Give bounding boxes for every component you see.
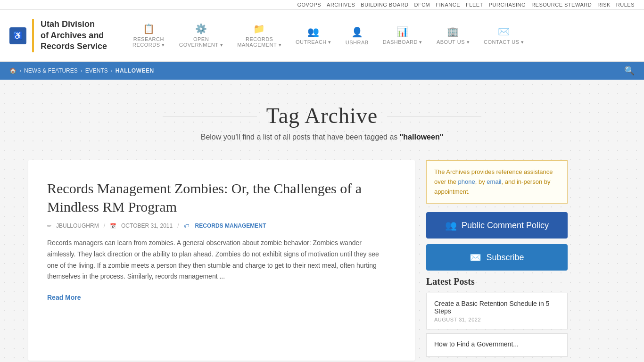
- topnav-rules[interactable]: RULES: [616, 2, 635, 8]
- subscribe-label: Subscribe: [486, 253, 524, 263]
- breadcrumb-events[interactable]: EVENTS: [85, 67, 108, 74]
- article-category[interactable]: RECORDS MANAGEMENT: [195, 222, 266, 229]
- topnav-resource-steward[interactable]: RESOURCE STEWARD: [531, 2, 592, 8]
- article-card: Records Management Zombies: Or, the Chal…: [28, 160, 415, 361]
- article-title: Records Management Zombies: Or, the Chal…: [47, 179, 391, 216]
- nav-about-us[interactable]: 🏢 ABOUT US ▾: [430, 22, 476, 49]
- dashboard-icon: 📊: [396, 26, 409, 37]
- subscribe-button[interactable]: ✉️ Subscribe: [426, 244, 568, 271]
- nav-open-government[interactable]: ⚙️ OPENGOVERNMENT ▾: [173, 19, 230, 52]
- public-comment-policy-button[interactable]: 👥 Public Comment Policy: [426, 212, 568, 239]
- topnav-fleet[interactable]: FLEET: [466, 2, 483, 8]
- topnav-risk[interactable]: RISK: [597, 2, 611, 8]
- public-comment-label: Public Comment Policy: [462, 221, 549, 230]
- article-body: Records managers can learn from zombies.…: [47, 238, 391, 282]
- breadcrumb-separator-2: ›: [81, 67, 83, 74]
- tag-archive-subtitle: Below you'll find a list of all posts th…: [28, 133, 616, 141]
- author-icon: ✏: [47, 223, 51, 229]
- nav-open-government-label: OPENGOVERNMENT ▾: [179, 36, 223, 48]
- nav-research-records[interactable]: 📋 RESEARCHRECORDS ▾: [126, 19, 172, 52]
- accessibility-button[interactable]: ♿: [9, 27, 26, 44]
- breadcrumb-current: HALLOWEEN: [116, 67, 154, 74]
- tag-icon: 🏷: [184, 223, 189, 229]
- nav-records-management-label: RECORDSMANAGEMENT ▾: [237, 36, 281, 48]
- nav-dashboard[interactable]: 📊 DASHBOARD ▾: [376, 22, 429, 49]
- breadcrumb-bar: 🏠 › NEWS & FEATURES › EVENTS › HALLOWEEN…: [0, 62, 644, 80]
- sidebar: The Archives provides reference assistan…: [426, 160, 568, 361]
- tag-archive-header: Tag Archive Below you'll find a list of …: [28, 94, 616, 156]
- article-date: OCTOBER 31, 2011: [121, 222, 173, 229]
- nav-dashboard-label: DASHBOARD ▾: [383, 39, 422, 45]
- meta-separator-1: /: [104, 222, 105, 229]
- info-box: The Archives provides reference assistan…: [426, 160, 568, 204]
- about-us-icon: 🏢: [447, 26, 459, 37]
- email-link[interactable]: email: [487, 178, 501, 185]
- latest-post-title-2: How to Find a Government...: [434, 340, 560, 348]
- logo-area: Utah Division of Archives and Records Se…: [32, 19, 107, 52]
- latest-post-title-1: Create a Basic Retention Schedule in 5 S…: [434, 300, 560, 315]
- nav-records-management[interactable]: 📁 RECORDSMANAGEMENT ▾: [231, 19, 288, 52]
- nav-ushrab-label: USHRAB: [346, 40, 369, 45]
- page-title: Tag Archive: [266, 103, 378, 128]
- tag-name: "halloween": [400, 133, 444, 141]
- contact-us-icon: ✉️: [498, 26, 510, 37]
- latest-post-item-1[interactable]: Create a Basic Retention Schedule in 5 S…: [426, 293, 568, 329]
- nav-ushrab[interactable]: 👤 USHRAB: [339, 23, 375, 49]
- meta-separator-2: /: [177, 222, 179, 229]
- topnav-govops[interactable]: GOVOPS: [297, 2, 321, 8]
- latest-post-item-2[interactable]: How to Find a Government...: [426, 333, 568, 357]
- top-nav: GOVOPS ARCHIVES BUILDING BOARD DFCM FINA…: [0, 0, 644, 10]
- search-icon[interactable]: 🔍: [624, 66, 635, 76]
- topnav-finance[interactable]: FINANCE: [436, 2, 460, 8]
- nav-outreach[interactable]: 👥 OUTREACH ▾: [289, 22, 338, 49]
- latest-posts-title: Latest Posts: [426, 276, 568, 287]
- article-author: JBULLOUGHRM: [56, 222, 99, 229]
- main-wrapper: Tag Archive Below you'll find a list of …: [0, 80, 644, 362]
- breadcrumb-separator-1: ›: [19, 67, 21, 74]
- topnav-archives[interactable]: ARCHIVES: [327, 2, 355, 8]
- open-government-icon: ⚙️: [195, 23, 207, 34]
- main-nav: 📋 RESEARCHRECORDS ▾ ⚙️ OPENGOVERNMENT ▾ …: [126, 19, 635, 52]
- topnav-dfcm[interactable]: DFCM: [414, 2, 430, 8]
- article-meta: ✏ JBULLOUGHRM / 📅 OCTOBER 31, 2011 / 🏷 R…: [47, 222, 391, 229]
- outreach-icon: 👥: [307, 26, 320, 37]
- records-management-icon: 📁: [253, 23, 265, 34]
- topnav-building-board[interactable]: BUILDING BOARD: [361, 2, 408, 8]
- nav-outreach-label: OUTREACH ▾: [296, 39, 331, 45]
- latest-post-date-1: AUGUST 31, 2022: [434, 317, 560, 322]
- public-comment-icon: 👥: [445, 220, 457, 231]
- phone-link[interactable]: phone: [458, 178, 475, 185]
- header: ♿ Utah Division of Archives and Records …: [0, 10, 644, 62]
- nav-contact-us[interactable]: ✉️ CONTACT US ▾: [477, 22, 531, 49]
- breadcrumb-separator-3: ›: [111, 67, 113, 74]
- topnav-purchasing[interactable]: PURCHASING: [489, 2, 526, 8]
- nav-about-us-label: ABOUT US ▾: [437, 39, 470, 45]
- ushrab-icon: 👤: [351, 26, 363, 38]
- research-records-icon: 📋: [143, 23, 155, 34]
- calendar-icon: 📅: [110, 223, 116, 229]
- nav-research-records-label: RESEARCHRECORDS ▾: [132, 36, 165, 48]
- breadcrumb: 🏠 › NEWS & FEATURES › EVENTS › HALLOWEEN: [9, 67, 154, 74]
- breadcrumb-news[interactable]: NEWS & FEATURES: [24, 67, 78, 74]
- home-icon[interactable]: 🏠: [9, 67, 17, 74]
- subscribe-icon: ✉️: [470, 252, 481, 263]
- nav-contact-us-label: CONTACT US ▾: [484, 39, 524, 45]
- logo-text: Utah Division of Archives and Records Se…: [41, 19, 107, 52]
- read-more-link[interactable]: Read More: [47, 294, 81, 301]
- content-grid: Records Management Zombies: Or, the Chal…: [28, 160, 616, 361]
